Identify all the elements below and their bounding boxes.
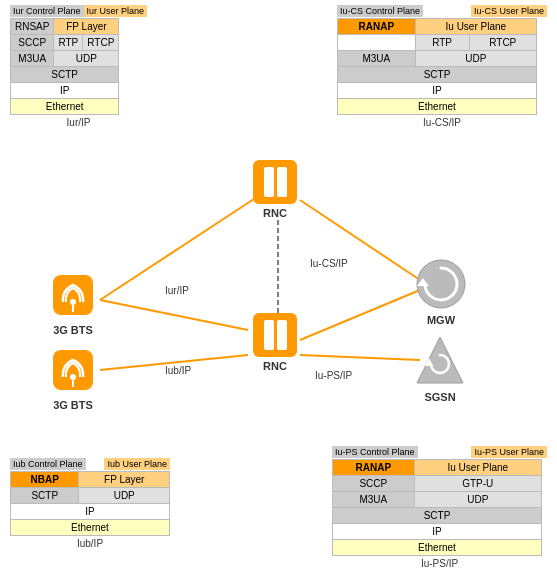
sgsn-icon (415, 335, 465, 387)
iub-nbap: NBAP (11, 472, 79, 488)
stack-iups: Iu-PS Control Plane Iu-PS User Plane RAN… (332, 446, 547, 569)
iups-ethernet: Ethernet (333, 540, 542, 556)
iucs-rtp: RTP (415, 35, 469, 51)
iub-udp: UDP (79, 488, 170, 504)
bts1-label: 3G BTS (48, 324, 98, 336)
bts2-icon (48, 345, 98, 395)
iucs-udp: UDP (415, 51, 536, 67)
iub-line-label: Iub/IP (165, 365, 191, 376)
iur-sccp: SCCP (11, 35, 54, 51)
mgw-container: MGW (415, 258, 467, 324)
iucs-sctp: SCTP (338, 67, 537, 83)
iucs-empty (338, 35, 416, 51)
iur-udp: UDP (54, 51, 119, 67)
iups-title-left: Iu-PS Control Plane (332, 446, 418, 458)
svg-marker-15 (417, 337, 463, 383)
iups-udp: UDP (414, 492, 541, 508)
sgsn-container: SGSN (415, 335, 465, 401)
iups-label: Iu-PS/IP (332, 558, 547, 569)
iucs-ranap: RANAP (338, 19, 416, 35)
iur-protocol-table: RNSAP FP Layer SCCP RTP RTCP M3UA UDP SC… (10, 18, 119, 115)
iur-ip: IP (11, 83, 119, 99)
iub-fp: FP Layer (79, 472, 170, 488)
svg-line-3 (300, 290, 420, 340)
stack-iub: Iub Control Plane Iub User Plane NBAP FP… (10, 458, 170, 549)
iur-title-left: Iur Control Plane (10, 5, 84, 17)
iub-ip: IP (11, 504, 170, 520)
rnc-bottom (253, 313, 297, 357)
iups-ranap: RANAP (333, 460, 415, 476)
iur-rtp: RTP (54, 35, 83, 51)
rnc-top (253, 160, 297, 204)
iub-sctp: SCTP (11, 488, 79, 504)
iucs-title-right: Iu-CS User Plane (471, 5, 547, 17)
iucs-rtcp: RTCP (469, 35, 536, 51)
iub-title-right: Iub User Plane (104, 458, 170, 470)
iur-label: Iur/IP (10, 117, 147, 128)
stack-iucs: Iu-CS Control Plane Iu-CS User Plane RAN… (337, 5, 547, 128)
iub-title-left: Iub Control Plane (10, 458, 86, 470)
iur-rtcp: RTCP (83, 35, 119, 51)
mgw-icon (415, 258, 467, 310)
iub-label: Iub/IP (10, 538, 170, 549)
iups-title-right: Iu-PS User Plane (471, 446, 547, 458)
sgsn-label: SGSN (415, 391, 465, 403)
iucs-protocol-table: RANAP Iu User Plane RTP RTCP M3UA UDP SC… (337, 18, 537, 115)
bts2-container: 3G BTS (48, 345, 98, 409)
svg-point-11 (70, 374, 76, 380)
iur-sctp: SCTP (11, 67, 119, 83)
iucs-ethernet: Ethernet (338, 99, 537, 115)
rnc-bottom-label: RNC (253, 360, 297, 372)
svg-point-8 (70, 299, 76, 305)
iups-gtpu: GTP-U (414, 476, 541, 492)
iur-line-label: Iur/IP (165, 285, 189, 296)
bts1-icon (48, 270, 98, 320)
iucs-title-left: Iu-CS Control Plane (337, 5, 423, 17)
iucs-iuup: Iu User Plane (415, 19, 536, 35)
iur-m3ua: M3UA (11, 51, 54, 67)
iups-protocol-table: RANAP Iu User Plane SCCP GTP-U M3UA UDP … (332, 459, 542, 556)
stack-iur: Iur Control Plane Iur User Plane RNSAP F… (10, 5, 147, 128)
iucs-label: Iu-CS/IP (337, 117, 547, 128)
iur-fp: FP Layer (54, 19, 119, 35)
iucs-line-label: Iu-CS/IP (310, 258, 348, 269)
svg-line-0 (100, 300, 248, 330)
mgw-label: MGW (415, 314, 467, 326)
iur-rnsap: RNSAP (11, 19, 54, 35)
iucs-ip: IP (338, 83, 537, 99)
iups-sctp: SCTP (333, 508, 542, 524)
iups-iuup: Iu User Plane (414, 460, 541, 476)
iur-ethernet: Ethernet (11, 99, 119, 115)
iups-m3ua: M3UA (333, 492, 415, 508)
iub-ethernet: Ethernet (11, 520, 170, 536)
iucs-m3ua: M3UA (338, 51, 416, 67)
svg-line-4 (300, 355, 420, 360)
rnc-top-label: RNC (253, 207, 297, 219)
bts2-label: 3G BTS (48, 399, 98, 411)
bts1-container: 3G BTS (48, 270, 98, 334)
iups-ip: IP (333, 524, 542, 540)
iups-sccp: SCCP (333, 476, 415, 492)
iups-line-label: Iu-PS/IP (315, 370, 352, 381)
iur-title-right: Iur User Plane (84, 5, 148, 17)
iub-protocol-table: NBAP FP Layer SCTP UDP IP Ethernet (10, 471, 170, 536)
